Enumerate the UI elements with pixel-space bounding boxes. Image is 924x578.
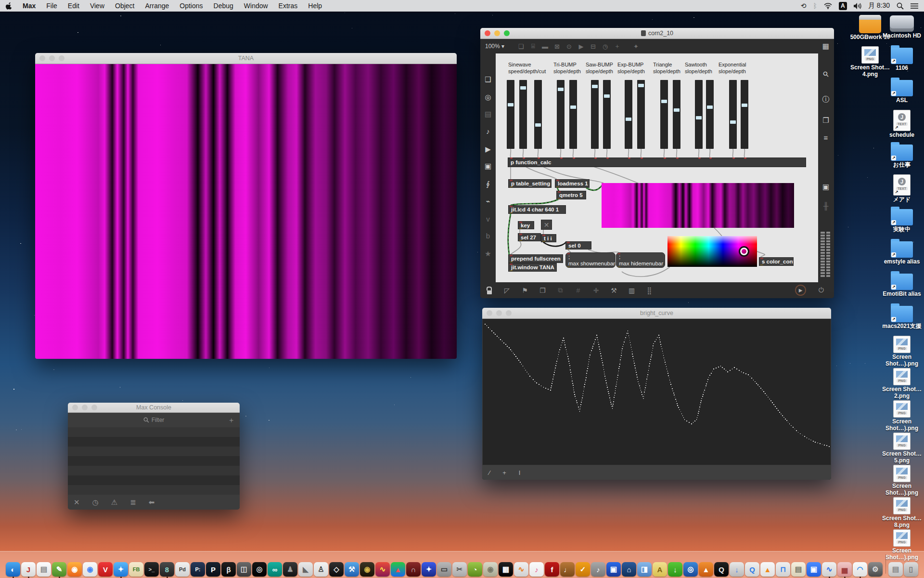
object-scolor[interactable]: s color_cont	[759, 257, 794, 266]
menu-item-window[interactable]: Window	[239, 0, 273, 12]
vizzie-icon[interactable]: v	[480, 215, 496, 223]
clip-add-icon[interactable]: ✚	[587, 287, 605, 294]
close-button[interactable]	[72, 405, 78, 410]
param-slider[interactable]	[591, 80, 599, 149]
dock-item-gatekeeper-app[interactable]: ⌂	[621, 562, 637, 577]
close-button[interactable]	[487, 310, 492, 316]
object-sel27[interactable]: sel 27	[518, 233, 541, 241]
dock-item-penguin-app[interactable]: ♙	[313, 562, 329, 577]
minimize-button[interactable]	[494, 30, 500, 36]
param-slider[interactable]	[741, 80, 748, 149]
param-slider[interactable]	[519, 80, 527, 149]
dock-item-quicktime-dark[interactable]: Q	[714, 562, 729, 577]
object-tii[interactable]: t i i	[541, 234, 556, 242]
dock-item-mountain-app[interactable]: ▲	[698, 562, 714, 577]
param-slider[interactable]	[673, 80, 680, 149]
favorites-star-icon[interactable]: ★	[480, 250, 496, 258]
dock-item-gray-player-app[interactable]: ♪	[590, 562, 606, 577]
image-icon[interactable]: ▣	[480, 162, 496, 171]
param-slider[interactable]	[625, 80, 632, 149]
play-tool-icon[interactable]: ▶	[575, 43, 587, 50]
object-jitlcd[interactable]: jit.lcd 4 char 640 1	[508, 205, 566, 214]
object-jitwindow[interactable]: jit.window TANA	[508, 263, 557, 272]
audio-note-icon[interactable]: ♪	[480, 127, 496, 135]
dock-item-firefox[interactable]: ◉	[67, 562, 82, 577]
dock-item-wifi-scanner[interactable]: ◠	[852, 562, 868, 577]
dock-item-unity[interactable]: ◇	[329, 562, 344, 577]
minusbox-tool-icon[interactable]: ⊟	[587, 43, 599, 50]
dock-item-beta-app[interactable]: β	[221, 562, 236, 577]
object-loadmess[interactable]: loadmess 1	[555, 179, 590, 188]
wifi-icon[interactable]	[824, 3, 832, 9]
menu-item-file[interactable]: File	[41, 0, 63, 12]
dock-item-robot-app[interactable]: ♟	[282, 562, 298, 577]
dock-item-check-shield-app[interactable]: ✓	[575, 562, 590, 577]
dock-item-itunes[interactable]: ♪	[529, 562, 544, 577]
dock-item-medal-app[interactable]: ◉	[483, 562, 498, 577]
back-arrow-icon[interactable]: ⬅	[149, 498, 155, 507]
dock-item-headset-app[interactable]: ∩	[406, 562, 421, 577]
dock-item-keynote[interactable]: ⊓	[775, 562, 791, 577]
warnings-icon[interactable]: ⚠	[111, 498, 117, 507]
comment-tool-icon[interactable]: ▬	[539, 43, 551, 50]
midi-keyboard-icon[interactable]: ▤	[480, 110, 496, 118]
slider-handle[interactable]	[570, 105, 576, 109]
beap-icon[interactable]: b	[480, 232, 496, 240]
slider-handle[interactable]	[696, 116, 702, 119]
dock-item-repair-app[interactable]: ✂	[452, 562, 467, 577]
desktop-icon-folder[interactable]: ↗お仕事	[880, 142, 924, 174]
search-icon[interactable]: ⚲	[817, 66, 834, 82]
spotlight-search-icon[interactable]	[897, 2, 904, 10]
dock-item-appjar[interactable]: A	[652, 562, 667, 577]
slider-handle[interactable]	[520, 86, 526, 90]
object-sel0[interactable]: sel 0	[565, 241, 591, 250]
patcher-canvas[interactable]: p function_calc Sinewavespeed/depth/cutT…	[496, 53, 818, 282]
object-prepend[interactable]: prepend fullscreen	[508, 254, 563, 263]
desktop-icon-textfile[interactable]: JTEXT↗メアド	[880, 174, 924, 206]
timestamp-icon[interactable]: ◷	[92, 498, 99, 507]
patcher-window-controls[interactable]	[485, 30, 510, 36]
dock-item-newspaper-app[interactable]: ▤	[791, 562, 806, 577]
snapshot-camera-icon[interactable]: ▣	[818, 183, 834, 191]
menu-item-options[interactable]: Options	[174, 0, 208, 12]
zoom-button[interactable]	[506, 310, 512, 316]
video-filmstrip-icon[interactable]: ▶	[480, 145, 496, 154]
dock-item-waveform-app[interactable]: ∿	[375, 562, 390, 577]
dock-item-radar-app[interactable]: ◉	[359, 562, 375, 577]
minimize-button[interactable]	[496, 310, 502, 316]
desktop-icon-drive-gray[interactable]: Macintosh HD	[880, 13, 924, 45]
clear-console-icon[interactable]: ✕	[74, 498, 80, 507]
param-slider[interactable]	[507, 80, 514, 149]
dock-item-system-prefs[interactable]: ⚙	[868, 562, 883, 577]
zoom-button[interactable]	[59, 55, 64, 61]
desktop-icon-png[interactable]: PNGScreen Shot…5.png	[880, 432, 924, 464]
time-machine-icon[interactable]: ⟲	[801, 2, 807, 10]
console-window-controls[interactable]	[72, 405, 97, 410]
notification-center-icon[interactable]	[911, 3, 918, 9]
dock-item-prism-app[interactable]: ▲	[390, 562, 406, 577]
menu-clock[interactable]: 月 8:30	[868, 1, 890, 10]
zoom-level-select[interactable]: 100% ▾	[485, 43, 504, 50]
slider-handle[interactable]	[674, 108, 680, 112]
param-slider[interactable]	[660, 80, 668, 149]
param-slider[interactable]	[729, 80, 737, 149]
panel-tool-icon[interactable]: ❏	[515, 43, 527, 50]
grid-icon[interactable]: #	[569, 287, 587, 294]
dock-item-cube-app[interactable]: ◫	[236, 562, 252, 577]
dock-item-zoom-app[interactable]: ▣	[806, 562, 821, 577]
slider-handle[interactable]	[592, 85, 598, 88]
dock-item-free-app[interactable]: ▣	[606, 562, 621, 577]
wrench-icon[interactable]: ⚒	[605, 287, 623, 294]
object-qmetro[interactable]: qmetro 5	[556, 191, 586, 199]
dock-item-power-gadget[interactable]: ∿	[821, 562, 837, 577]
dock-item-spiral-app[interactable]: ◎	[252, 562, 267, 577]
cap-tool-icon[interactable]: ✦	[630, 43, 642, 50]
bright-curve-window-controls[interactable]	[487, 310, 512, 316]
dock-item-photos-app[interactable]: ◨	[637, 562, 652, 577]
dock-item-bluebook-app[interactable]: ✦	[421, 562, 436, 577]
ibeam-tool-icon[interactable]: I	[519, 469, 521, 476]
object-key[interactable]: key	[518, 221, 534, 229]
presentation-mode-icon[interactable]: ⚑	[516, 287, 534, 294]
menu-item-extras[interactable]: Extras	[273, 0, 303, 12]
line-tool-icon[interactable]: ∕	[489, 469, 490, 476]
